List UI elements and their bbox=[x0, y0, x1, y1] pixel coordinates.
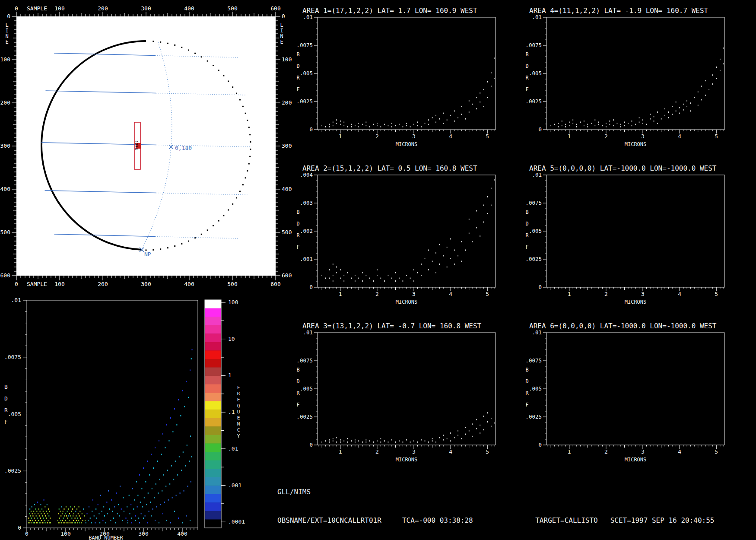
colorbar-tick-label: 10 bbox=[228, 336, 235, 342]
y-axis-label: D bbox=[525, 221, 528, 227]
colorbar-title: N bbox=[237, 421, 240, 427]
y-axis-label: R bbox=[4, 407, 8, 413]
y-axis-label: B bbox=[296, 51, 299, 57]
x-tick-label: 2 bbox=[604, 133, 608, 140]
sample-tick-label: 400 bbox=[184, 5, 194, 12]
subspacecraft-label: 0,180 bbox=[175, 145, 192, 151]
x-tick-label: 300 bbox=[138, 530, 148, 537]
y-tick-label: .005 bbox=[8, 411, 21, 417]
line-tick-label: 400 bbox=[282, 186, 292, 192]
colorbar-segment bbox=[205, 452, 221, 461]
line-tick-label: 0 bbox=[7, 13, 10, 19]
nims-plots-canvas: 0000100100100100200200200200300300300300… bbox=[0, 0, 756, 540]
x-tick-label: 2 bbox=[604, 291, 608, 297]
disk-dotted-limb-dot bbox=[188, 241, 189, 242]
y-tick-label: .0075 bbox=[525, 200, 542, 206]
colorbar-segment bbox=[205, 486, 221, 494]
disk-dotted-limb-dot bbox=[239, 191, 241, 192]
x-tick-label: 1 bbox=[339, 448, 342, 455]
line-axis-label: N bbox=[5, 33, 8, 39]
x-tick-label: 4 bbox=[449, 291, 452, 297]
colorbar-segment bbox=[205, 342, 221, 351]
y-axis-label: B bbox=[4, 384, 8, 390]
sample-tick-label: 100 bbox=[54, 5, 64, 12]
disk-dotted-limb-dot bbox=[218, 70, 219, 71]
colorbar-segment bbox=[205, 325, 221, 334]
area-spectrum-plot-area2: AREA 2=(15,1,2,2) LAT= 0.5 LON= 160.8 WE… bbox=[296, 164, 496, 305]
line-axis-label: I bbox=[280, 28, 283, 34]
disk-dotted-limb-dot bbox=[188, 49, 189, 51]
disk-dotted-limb-dot bbox=[181, 243, 182, 245]
y-axis-label: D bbox=[296, 221, 299, 227]
colorbar-tick-label: .01 bbox=[228, 445, 238, 452]
area-spectrum-plot-area1: AREA 1=(17,1,2,2) LAT= 1.7 LON= 160.9 WE… bbox=[296, 6, 496, 147]
x-tick-label: 3 bbox=[412, 448, 416, 455]
y-axis-label: R bbox=[296, 232, 300, 238]
y-tick-label: .003 bbox=[300, 200, 313, 206]
y-axis-label: B bbox=[296, 209, 299, 215]
colorbar-title: R bbox=[237, 391, 240, 397]
disk-dotted-limb-dot bbox=[236, 93, 237, 94]
disk-dotted-limb-dot bbox=[167, 247, 168, 248]
y-axis-label: B bbox=[525, 51, 528, 57]
disk-dotted-limb-dot bbox=[232, 86, 233, 88]
sky-projection-plot: 0000100100100100200200200200300300300300… bbox=[0, 5, 292, 287]
colorbar-segment bbox=[205, 477, 221, 486]
disk-dotted-limb-dot bbox=[174, 245, 175, 247]
x-tick-label: 1 bbox=[339, 291, 342, 297]
area-spectrum-plot-area3: AREA 3=(13,1,2,2) LAT= -0.7 LON= 160.8 W… bbox=[296, 322, 496, 463]
sample-tick-label: 600 bbox=[270, 281, 280, 287]
x-tick-label: 4 bbox=[678, 448, 681, 455]
colorbar-tick-label: .001 bbox=[228, 482, 241, 489]
x-tick-label: 100 bbox=[60, 530, 70, 537]
x-tick-label: 3 bbox=[412, 133, 416, 140]
disk-dotted-limb-dot bbox=[181, 47, 182, 48]
area-marker-digits: 1234 bbox=[134, 140, 138, 150]
colorbar-title: C bbox=[237, 427, 240, 433]
y-tick-label: 0 bbox=[309, 442, 313, 448]
x-tick-label: 1 bbox=[568, 448, 571, 455]
disk-dotted-limb-dot bbox=[245, 177, 246, 178]
line-tick-label: 500 bbox=[0, 229, 10, 235]
colorbar-segment bbox=[205, 426, 221, 435]
y-axis-label: F bbox=[4, 419, 8, 425]
line-tick-label: 0 bbox=[282, 13, 285, 19]
y-axis-label: D bbox=[4, 395, 8, 402]
disk-dotted-limb-dot bbox=[249, 134, 251, 135]
sample-tick-label: 200 bbox=[98, 5, 108, 12]
y-tick-label: .0025 bbox=[296, 98, 313, 105]
disk-dotted-limb-dot bbox=[250, 141, 251, 143]
y-axis-label: R bbox=[525, 390, 529, 396]
y-tick-label: .0025 bbox=[525, 256, 542, 262]
y-axis-label: D bbox=[525, 378, 528, 384]
colorbar-segment bbox=[205, 401, 221, 410]
x-axis-label: MICRONS bbox=[396, 457, 418, 463]
area-plot-title: AREA 5=(0,0,0,0) LAT=-1000.0 LON=-1000.0… bbox=[529, 164, 717, 172]
bdrf-band-scatter: .01.0075.005.002500100200300400BAND NUMB… bbox=[4, 297, 245, 540]
x-tick-label: 4 bbox=[678, 291, 681, 297]
sample-tick-label: 0 bbox=[15, 281, 18, 287]
x-axis-label: MICRONS bbox=[396, 141, 418, 147]
x-tick-label: 400 bbox=[177, 530, 187, 537]
colorbar-segment bbox=[205, 435, 221, 444]
disk-dotted-limb-dot bbox=[236, 197, 237, 199]
y-tick-label: .005 bbox=[529, 70, 542, 76]
line-tick-label: 300 bbox=[0, 143, 10, 149]
line-axis-label: N bbox=[280, 33, 283, 39]
nims-display-screen: 0000100100100100200200200200300300300300… bbox=[0, 0, 756, 540]
x-tick-label: 1 bbox=[568, 291, 571, 297]
y-tick-label: 0 bbox=[538, 284, 542, 290]
x-tick-label: 1 bbox=[568, 133, 571, 140]
x-tick-label: 3 bbox=[641, 291, 645, 297]
line-axis-label: E bbox=[280, 39, 283, 45]
y-tick-label: .004 bbox=[300, 172, 313, 178]
y-tick-label: .005 bbox=[300, 385, 313, 392]
colorbar-title: U bbox=[237, 409, 240, 415]
info-line-obsname: OBSNAME/EXT=10CNCALLRT01R TCA=-000 03:38… bbox=[277, 516, 714, 525]
x-axis-label: MICRONS bbox=[625, 457, 647, 463]
colorbar-segment bbox=[205, 350, 221, 359]
y-tick-label: .0075 bbox=[296, 42, 313, 48]
y-tick-label: .01 bbox=[532, 172, 542, 178]
y-axis-label: D bbox=[296, 63, 299, 69]
colorbar-segment bbox=[205, 443, 221, 452]
